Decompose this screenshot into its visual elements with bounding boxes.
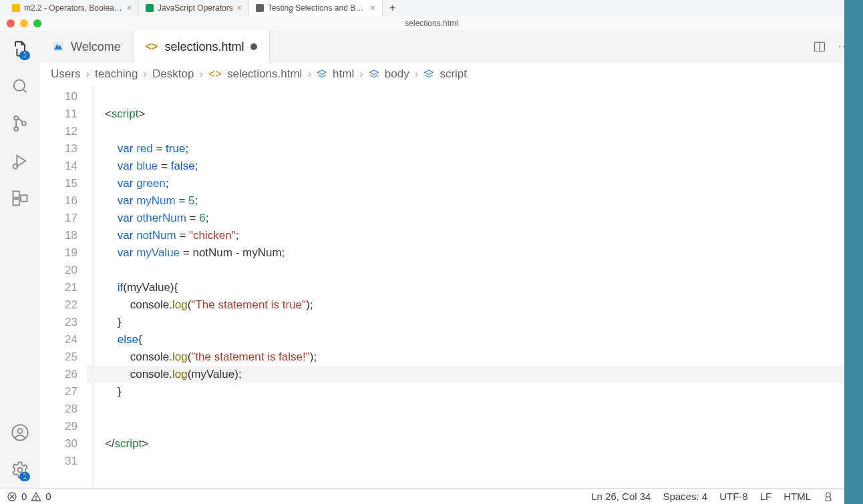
breadcrumb-file[interactable]: selections.html — [227, 67, 302, 81]
browser-tab-label: JavaScript Operators — [158, 3, 233, 13]
code-line[interactable]: console.log(myValue); — [87, 366, 848, 383]
language-mode[interactable]: HTML — [784, 491, 811, 502]
dirty-indicator-icon — [250, 43, 257, 50]
svg-point-2 — [14, 127, 18, 131]
favicon-icon — [146, 4, 154, 12]
warning-count[interactable]: 0 — [45, 491, 51, 502]
code-line[interactable]: } — [87, 314, 848, 331]
traffic-light-close-icon[interactable] — [7, 19, 15, 27]
browser-tab-label: Testing Selections and Boole… — [268, 3, 367, 13]
editor-tab-strip: Welcome<>selections.html ··· — [40, 31, 863, 63]
code-line[interactable]: var red = true; — [87, 140, 848, 158]
code-line[interactable]: var otherNum = 6; — [87, 210, 848, 227]
extensions-icon[interactable] — [9, 187, 31, 210]
code-line[interactable]: if(myValue){ — [87, 279, 848, 296]
traffic-light-zoom-icon[interactable] — [33, 19, 41, 27]
code-line[interactable]: console.log("The statement is true"); — [87, 296, 848, 314]
code-line[interactable] — [87, 123, 848, 140]
file-html-icon: <> — [146, 41, 158, 53]
indentation[interactable]: Spaces: 4 — [663, 491, 707, 502]
svg-point-0 — [14, 80, 25, 91]
settings-badge: 1 — [19, 472, 30, 481]
code-line[interactable] — [87, 401, 848, 418]
code-line[interactable]: var green; — [87, 175, 848, 192]
code-line[interactable]: var myNum = 5; — [87, 192, 848, 210]
chevron-right-icon: › — [359, 67, 363, 81]
feedback-icon[interactable] — [823, 491, 834, 502]
breadcrumb-symbol[interactable]: body — [385, 67, 409, 81]
cursor-position[interactable]: Ln 26, Col 34 — [591, 491, 651, 502]
error-count[interactable]: 0 — [21, 491, 27, 502]
chevron-right-icon: › — [415, 67, 419, 81]
eol[interactable]: LF — [760, 491, 772, 502]
code-line[interactable] — [87, 418, 848, 435]
breadcrumb-symbol[interactable]: html — [333, 67, 354, 81]
editor-tab[interactable]: <>selections.html — [134, 31, 271, 63]
source-control-icon[interactable] — [9, 112, 31, 135]
chevron-right-icon: › — [85, 67, 90, 81]
search-icon[interactable] — [9, 75, 31, 97]
split-editor-icon[interactable] — [813, 40, 826, 53]
run-debug-icon[interactable] — [9, 150, 31, 172]
svg-rect-5 — [13, 192, 19, 198]
browser-tab[interactable]: Testing Selections and Boole… × — [249, 0, 383, 16]
browser-tab[interactable]: JavaScript Operators × — [139, 0, 249, 16]
editor-tab[interactable]: Welcome — [40, 31, 134, 63]
settings-gear-icon[interactable]: 1 — [9, 459, 31, 481]
svg-point-9 — [18, 429, 23, 433]
code-line[interactable] — [87, 453, 848, 470]
editor-tab-label: Welcome — [71, 40, 121, 54]
svg-rect-7 — [21, 195, 27, 201]
code-line[interactable]: else{ — [87, 331, 848, 348]
error-icon[interactable] — [7, 491, 17, 502]
favicon-icon — [12, 4, 20, 12]
breadcrumb-folder[interactable]: Users — [51, 67, 80, 81]
right-decoration-strip — [844, 0, 863, 504]
editor-body[interactable]: 1011121314151617181920212223242526272829… — [40, 85, 863, 488]
breadcrumb-folder[interactable]: Desktop — [152, 67, 194, 81]
code-line[interactable]: <script> — [87, 105, 848, 123]
chevron-right-icon: › — [199, 67, 203, 81]
code-line[interactable]: var blue = false; — [87, 158, 848, 175]
svg-point-13 — [36, 499, 37, 499]
symbol-icon — [317, 69, 327, 79]
svg-point-10 — [18, 468, 23, 473]
code-area[interactable]: <script> var red = true; var blue = fals… — [87, 85, 848, 488]
browser-tab-strip: m2.2 - Operators, Booleans & × JavaScrip… — [0, 0, 863, 16]
status-bar: 0 0 Ln 26, Col 34 Spaces: 4 UTF-8 LF HTM… — [0, 488, 863, 504]
breadcrumb-symbol[interactable]: script — [440, 67, 467, 81]
code-line[interactable]: var myValue = notNum - myNum; — [87, 244, 848, 262]
breadcrumb-folder[interactable]: teaching — [95, 67, 138, 81]
encoding[interactable]: UTF-8 — [719, 491, 748, 502]
code-line[interactable] — [87, 88, 848, 105]
close-tab-icon[interactable]: × — [371, 3, 375, 13]
editor-tab-label: selections.html — [164, 40, 244, 54]
chevron-right-icon: › — [307, 67, 311, 81]
explorer-badge: 1 — [19, 51, 30, 60]
code-line[interactable] — [87, 262, 848, 279]
svg-point-3 — [22, 121, 26, 125]
file-html-icon: <> — [208, 67, 222, 81]
breadcrumb[interactable]: Users › teaching › Desktop › <> selectio… — [40, 63, 863, 85]
symbol-icon — [423, 69, 434, 79]
close-tab-icon[interactable]: × — [237, 3, 242, 13]
browser-tab-label: m2.2 - Operators, Booleans & — [24, 3, 123, 13]
vscode-root: 1 1 Welcome<>selections.html — [0, 31, 863, 488]
warning-icon[interactable] — [31, 491, 41, 502]
close-tab-icon[interactable]: × — [127, 3, 132, 13]
svg-point-8 — [12, 425, 27, 440]
code-line[interactable]: console.log("the statement is false!"); — [87, 348, 848, 366]
code-line[interactable]: </script> — [87, 435, 848, 453]
editor-main: Welcome<>selections.html ··· Users › tea… — [40, 31, 863, 488]
explorer-icon[interactable]: 1 — [9, 37, 31, 60]
traffic-light-min-icon[interactable] — [20, 19, 28, 27]
code-line[interactable]: var notNum = "chicken"; — [87, 227, 848, 244]
window-title: selections.html — [405, 19, 458, 28]
chevron-right-icon: › — [143, 67, 147, 81]
favicon-icon — [256, 4, 264, 12]
accounts-icon[interactable] — [9, 421, 31, 444]
symbol-icon — [369, 69, 379, 79]
code-line[interactable]: } — [87, 383, 848, 401]
browser-tab[interactable]: m2.2 - Operators, Booleans & × — [5, 0, 139, 16]
new-tab-button[interactable]: + — [383, 2, 402, 14]
